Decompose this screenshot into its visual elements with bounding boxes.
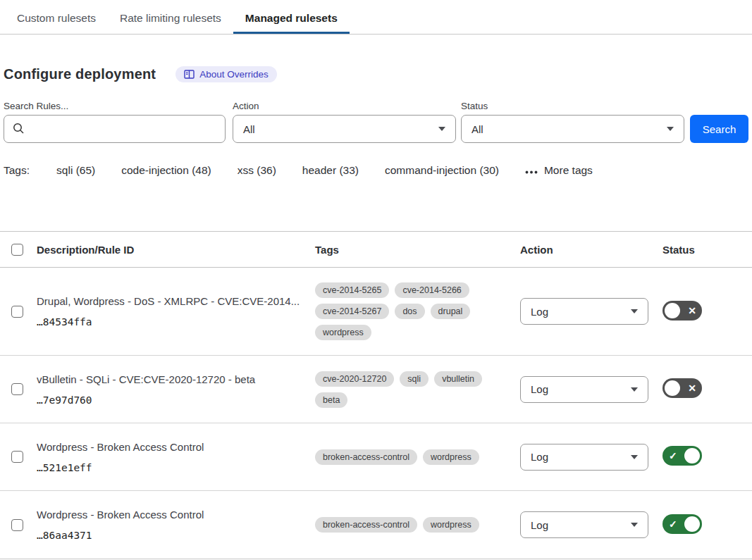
- status-toggle[interactable]: [662, 514, 702, 534]
- chevron-down-icon: [631, 455, 638, 459]
- action-filter-value: All: [243, 123, 255, 135]
- status-filter-value: All: [471, 123, 483, 135]
- tag-pill: cve-2014-5266: [395, 282, 469, 298]
- row-description: vBulletin - SQLi - CVE:CVE-2020-12720 - …: [37, 373, 300, 385]
- chevron-down-icon: [631, 523, 638, 527]
- tag-pill: cve-2014-5265: [315, 282, 389, 298]
- tab-rate-limiting-rulesets[interactable]: Rate limiting rulesets: [108, 6, 233, 34]
- action-filter-select[interactable]: All: [233, 115, 456, 143]
- search-button[interactable]: Search: [690, 115, 748, 143]
- status-toggle[interactable]: [662, 446, 702, 466]
- row-action-value: Log: [531, 383, 548, 395]
- row-tags: cve-2014-5265cve-2014-5266cve-2014-5267d…: [315, 282, 490, 340]
- tag-filter-link[interactable]: xss (36): [238, 164, 276, 177]
- tags-bar: Tags: sqli (65)code-injection (48)xss (3…: [0, 164, 752, 177]
- tag-filter-link[interactable]: sqli (65): [56, 164, 95, 177]
- row-action-value: Log: [531, 451, 548, 463]
- table-row: Wordpress - Broken Access Control …521e1…: [0, 423, 752, 491]
- row-action-value: Log: [531, 519, 548, 531]
- search-input-wrapper: [4, 115, 226, 143]
- tag-pill: drupal: [431, 304, 471, 319]
- row-action-select[interactable]: Log: [520, 376, 648, 403]
- page-title: Configure deployment: [4, 66, 156, 82]
- table-row: vBulletin - SQLi - CVE:CVE-2020-12720 - …: [0, 356, 752, 423]
- table-body: Drupal, Wordpress - DoS - XMLRPC - CVE:C…: [0, 268, 752, 559]
- status-toggle[interactable]: [662, 301, 702, 321]
- tag-pill: sqli: [400, 371, 429, 387]
- table-row: Wordpress - Broken Access Control …86aa4…: [0, 491, 752, 559]
- more-tags-button[interactable]: More tags: [525, 164, 593, 177]
- row-description: Drupal, Wordpress - DoS - XMLRPC - CVE:C…: [37, 295, 300, 307]
- tag-filter-link[interactable]: command-injection (30): [385, 164, 499, 177]
- action-filter-label: Action: [233, 101, 456, 111]
- tags-list: sqli (65)code-injection (48)xss (36)head…: [56, 164, 499, 177]
- about-overrides-badge[interactable]: About Overrides: [175, 66, 277, 82]
- toggle-knob: [684, 516, 700, 532]
- toggle-knob: [665, 380, 680, 396]
- tag-pill: vbulletin: [434, 371, 482, 387]
- chevron-down-icon: [438, 127, 445, 131]
- chevron-down-icon: [631, 309, 638, 313]
- about-overrides-label: About Overrides: [199, 69, 269, 80]
- tab-custom-rulesets[interactable]: Custom rulesets: [5, 6, 108, 34]
- row-tags: broken-access-controlwordpress: [315, 449, 490, 465]
- row-action-select[interactable]: Log: [520, 444, 648, 471]
- status-filter-select[interactable]: All: [461, 115, 684, 143]
- column-header-tags: Tags: [315, 244, 520, 256]
- toggle-knob: [665, 303, 680, 318]
- tag-pill: beta: [315, 392, 347, 408]
- column-header-status: Status: [662, 244, 752, 256]
- ellipsis-icon: [525, 164, 538, 177]
- filters-row: Search Rules... Action All Status All Se…: [0, 101, 752, 143]
- chevron-down-icon: [667, 127, 674, 131]
- tag-pill: dos: [395, 304, 424, 319]
- tags-label: Tags:: [4, 164, 30, 177]
- row-action-select[interactable]: Log: [520, 511, 648, 538]
- row-tags: broken-access-controlwordpress: [315, 517, 490, 533]
- tag-pill: broken-access-control: [315, 517, 417, 533]
- row-checkbox[interactable]: [11, 383, 23, 395]
- column-header-description: Description/Rule ID: [37, 244, 315, 256]
- status-filter-label: Status: [461, 101, 684, 111]
- search-input[interactable]: [31, 116, 220, 142]
- row-description: Wordpress - Broken Access Control: [37, 441, 300, 453]
- row-rule-id: …86aa4371: [37, 530, 300, 541]
- tag-pill: broken-access-control: [315, 449, 417, 465]
- row-rule-id: …7e97d760: [37, 394, 300, 406]
- tag-pill: wordpress: [423, 449, 479, 465]
- row-rule-id: …521e1eff: [37, 462, 300, 473]
- tab-managed-rulesets[interactable]: Managed rulesets: [233, 6, 350, 34]
- ruleset-tabs: Custom rulesets Rate limiting rulesets M…: [0, 6, 752, 35]
- select-all-checkbox[interactable]: [11, 244, 23, 256]
- row-tags: cve-2020-12720sqlivbulletinbeta: [315, 371, 490, 408]
- tag-pill: cve-2014-5267: [315, 304, 389, 319]
- row-rule-id: …84534ffa: [37, 316, 300, 328]
- section-header: Configure deployment About Overrides: [0, 66, 752, 82]
- book-icon: [184, 70, 195, 79]
- more-tags-label: More tags: [544, 164, 593, 177]
- row-action-select[interactable]: Log: [520, 298, 648, 325]
- row-checkbox[interactable]: [11, 519, 23, 531]
- search-rules-label: Search Rules...: [4, 101, 233, 111]
- status-toggle[interactable]: [662, 378, 702, 398]
- search-icon: [13, 123, 25, 137]
- table-row: Drupal, Wordpress - DoS - XMLRPC - CVE:C…: [0, 268, 752, 356]
- table-header-row: Description/Rule ID Tags Action Status: [0, 232, 752, 268]
- tag-pill: cve-2020-12720: [315, 371, 394, 387]
- toggle-knob: [684, 448, 700, 463]
- chevron-down-icon: [631, 387, 638, 392]
- row-description: Wordpress - Broken Access Control: [37, 509, 300, 521]
- row-checkbox[interactable]: [11, 306, 23, 318]
- tag-filter-link[interactable]: header (33): [302, 164, 359, 177]
- row-checkbox[interactable]: [11, 451, 23, 463]
- tag-pill: wordpress: [315, 325, 371, 340]
- tag-filter-link[interactable]: code-injection (48): [121, 164, 211, 177]
- rules-table: Description/Rule ID Tags Action Status D…: [0, 231, 752, 559]
- column-header-action: Action: [520, 244, 662, 256]
- row-action-value: Log: [531, 306, 548, 318]
- tag-pill: wordpress: [423, 517, 479, 533]
